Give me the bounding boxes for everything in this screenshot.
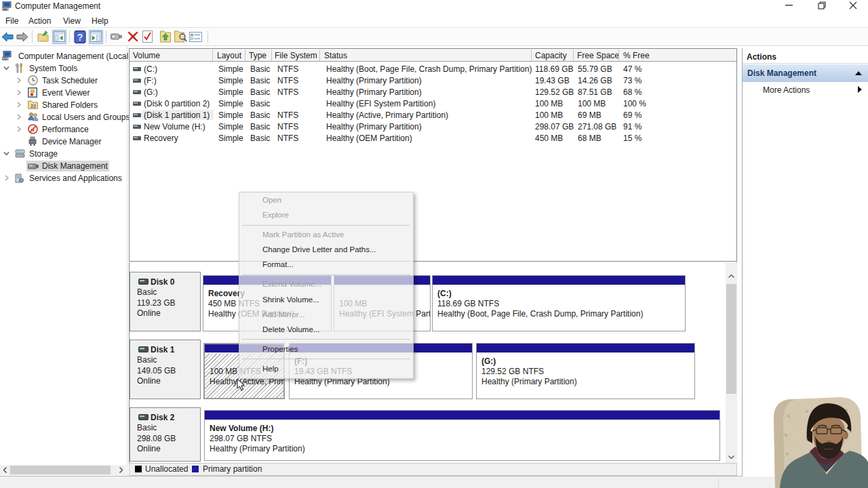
- svg-text:?: ?: [77, 32, 83, 43]
- svg-text:2: 2: [33, 104, 36, 108]
